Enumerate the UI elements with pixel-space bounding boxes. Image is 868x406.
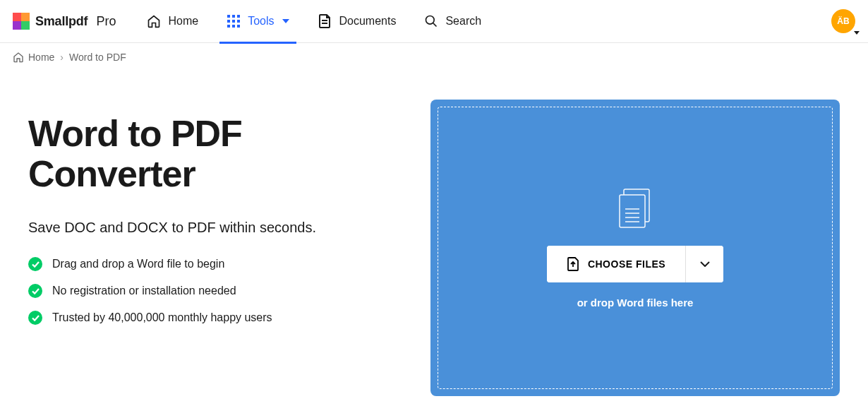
avatar[interactable]: ÄB (831, 9, 855, 33)
logo[interactable]: Smallpdf Pro (13, 13, 116, 30)
page-subtitle: Save DOC and DOCX to PDF within seconds. (28, 220, 402, 236)
svg-point-9 (426, 16, 435, 25)
nav-documents-label: Documents (339, 15, 396, 28)
nav-search[interactable]: Search (421, 0, 484, 43)
logo-mark-icon (13, 13, 30, 30)
files-icon (615, 188, 655, 232)
nav-home[interactable]: Home (144, 0, 201, 43)
breadcrumb-home-label: Home (28, 52, 54, 63)
svg-rect-7 (232, 25, 235, 28)
choose-files-group: CHOOSE FILES (547, 246, 723, 282)
chevron-down-icon (854, 31, 860, 35)
svg-rect-2 (237, 15, 240, 18)
svg-rect-0 (227, 15, 230, 18)
top-navbar: Smallpdf Pro Home Tools Documents (0, 0, 868, 43)
list-item: No registration or installation needed (28, 284, 402, 298)
brand-name: Smallpdf (35, 14, 88, 29)
avatar-initials: ÄB (837, 16, 849, 26)
drop-hint: or drop Word files here (577, 297, 694, 309)
upload-icon (567, 257, 579, 271)
nav-search-label: Search (445, 15, 481, 28)
home-icon (147, 14, 161, 28)
chevron-down-icon (700, 261, 710, 267)
left-column: Word to PDF Converter Save DOC and DOCX … (28, 100, 402, 396)
nav-tools[interactable]: Tools (224, 0, 292, 43)
list-item-text: No registration or installation needed (52, 285, 236, 297)
main-content: Word to PDF Converter Save DOC and DOCX … (0, 71, 868, 396)
list-item-text: Drag and drop a Word file to begin (52, 258, 224, 270)
svg-rect-8 (237, 25, 240, 28)
breadcrumb-home[interactable]: Home (13, 52, 54, 63)
list-item-text: Trusted by 40,000,000 monthly happy user… (52, 311, 272, 324)
svg-rect-4 (232, 20, 235, 23)
check-icon (28, 284, 42, 298)
breadcrumb-current: Word to PDF (69, 52, 126, 63)
brand-suffix: Pro (96, 14, 116, 29)
list-item: Trusted by 40,000,000 monthly happy user… (28, 311, 402, 325)
search-icon (424, 14, 438, 28)
svg-rect-1 (232, 15, 235, 18)
home-icon (13, 52, 24, 63)
nav-tools-label: Tools (248, 15, 274, 28)
breadcrumb: Home › Word to PDF (0, 43, 868, 71)
list-item: Drag and drop a Word file to begin (28, 257, 402, 271)
document-icon (318, 14, 332, 28)
choose-files-button[interactable]: CHOOSE FILES (547, 246, 685, 282)
svg-rect-11 (620, 195, 645, 227)
svg-rect-5 (237, 20, 240, 23)
breadcrumb-separator: › (60, 52, 64, 63)
file-drop-zone[interactable]: CHOOSE FILES or drop Word files here (430, 100, 840, 396)
check-icon (28, 257, 42, 271)
nav: Home Tools Documents Search (144, 0, 484, 43)
choose-files-label: CHOOSE FILES (588, 258, 665, 270)
svg-rect-6 (227, 25, 230, 28)
grid-icon (227, 14, 241, 28)
check-icon (28, 311, 42, 325)
page-title: Word to PDF Converter (28, 114, 402, 194)
choose-files-dropdown[interactable] (685, 246, 723, 282)
feature-list: Drag and drop a Word file to begin No re… (28, 257, 402, 325)
svg-rect-3 (227, 20, 230, 23)
nav-documents[interactable]: Documents (315, 0, 399, 43)
chevron-down-icon (282, 19, 289, 23)
nav-home-label: Home (168, 15, 198, 28)
